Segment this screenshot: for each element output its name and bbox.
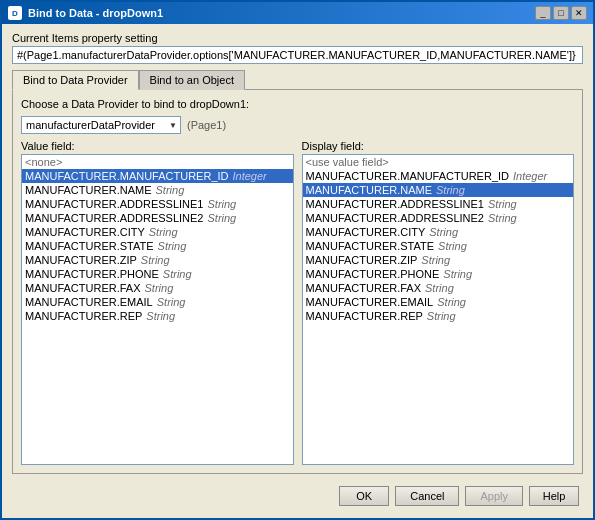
display-field-item[interactable]: MANUFACTURER.ADDRESSLINE2String [303, 211, 574, 225]
field-item-name: <use value field> [306, 156, 389, 168]
close-button[interactable]: ✕ [571, 6, 587, 20]
field-item-name: MANUFACTURER.MANUFACTURER_ID [306, 170, 510, 182]
field-item-type: String [443, 268, 472, 280]
field-item-name: MANUFACTURER.MANUFACTURER_ID [25, 170, 229, 182]
field-item-name: MANUFACTURER.EMAIL [306, 296, 434, 308]
value-field-item[interactable]: MANUFACTURER.PHONEString [22, 267, 293, 281]
display-field-title: Display field: [302, 140, 575, 152]
value-field-col: Value field: <none>MANUFACTURER.MANUFACT… [21, 140, 294, 465]
fields-row: Value field: <none>MANUFACTURER.MANUFACT… [21, 140, 574, 465]
field-item-name: MANUFACTURER.PHONE [25, 268, 159, 280]
display-field-col: Display field: <use value field>MANUFACT… [302, 140, 575, 465]
provider-page-label: (Page1) [187, 119, 226, 131]
display-field-item[interactable]: MANUFACTURER.REPString [303, 309, 574, 323]
value-field-item[interactable]: MANUFACTURER.NAMEString [22, 183, 293, 197]
provider-select-wrapper: manufacturerDataProvider [21, 116, 181, 134]
display-field-item[interactable]: MANUFACTURER.CITYString [303, 225, 574, 239]
title-bar: D Bind to Data - dropDown1 _ □ ✕ [2, 2, 593, 24]
display-field-item[interactable]: MANUFACTURER.EMAILString [303, 295, 574, 309]
field-item-type: String [436, 184, 465, 196]
field-item-type: String [429, 226, 458, 238]
display-field-item[interactable]: MANUFACTURER.MANUFACTURER_IDInteger [303, 169, 574, 183]
field-item-type: String [427, 310, 456, 322]
tab-content-data-provider: Choose a Data Provider to bind to dropDo… [12, 90, 583, 474]
field-item-name: MANUFACTURER.FAX [306, 282, 422, 294]
field-item-type: String [146, 310, 175, 322]
field-item-type: String [157, 296, 186, 308]
field-item-type: String [163, 268, 192, 280]
field-item-name: MANUFACTURER.ADDRESSLINE2 [25, 212, 203, 224]
provider-select[interactable]: manufacturerDataProvider [21, 116, 181, 134]
tabs-container: Bind to Data Provider Bind to an Object … [12, 70, 583, 474]
value-field-list[interactable]: <none>MANUFACTURER.MANUFACTURER_IDIntege… [21, 154, 294, 465]
value-field-item[interactable]: <none> [22, 155, 293, 169]
display-field-item[interactable]: <use value field> [303, 155, 574, 169]
display-field-item[interactable]: MANUFACTURER.PHONEString [303, 267, 574, 281]
property-label: Current Items property setting [12, 32, 583, 44]
display-field-item[interactable]: MANUFACTURER.ADDRESSLINE1String [303, 197, 574, 211]
field-item-type: String [141, 254, 170, 266]
help-button[interactable]: Help [529, 486, 579, 506]
field-item-name: MANUFACTURER.CITY [25, 226, 145, 238]
value-field-item[interactable]: MANUFACTURER.REPString [22, 309, 293, 323]
field-item-type: String [207, 212, 236, 224]
minimize-button[interactable]: _ [535, 6, 551, 20]
display-field-list[interactable]: <use value field>MANUFACTURER.MANUFACTUR… [302, 154, 575, 465]
value-field-item[interactable]: MANUFACTURER.MANUFACTURER_IDInteger [22, 169, 293, 183]
value-field-item[interactable]: MANUFACTURER.EMAILString [22, 295, 293, 309]
tab-bar: Bind to Data Provider Bind to an Object [12, 70, 583, 90]
field-item-type: String [421, 254, 450, 266]
field-item-type: String [158, 240, 187, 252]
field-item-name: MANUFACTURER.FAX [25, 282, 141, 294]
title-bar-buttons: _ □ ✕ [535, 6, 587, 20]
field-item-type: String [149, 226, 178, 238]
field-item-type: String [438, 240, 467, 252]
field-item-name: MANUFACTURER.ADDRESSLINE1 [306, 198, 484, 210]
window-icon: D [8, 6, 22, 20]
field-item-name: MANUFACTURER.ADDRESSLINE1 [25, 198, 203, 210]
field-item-name: MANUFACTURER.REP [306, 310, 423, 322]
ok-button[interactable]: OK [339, 486, 389, 506]
display-field-item[interactable]: MANUFACTURER.ZIPString [303, 253, 574, 267]
field-item-name: MANUFACTURER.NAME [25, 184, 152, 196]
provider-select-row: manufacturerDataProvider (Page1) [21, 116, 574, 134]
value-field-item[interactable]: MANUFACTURER.STATEString [22, 239, 293, 253]
cancel-button[interactable]: Cancel [395, 486, 459, 506]
field-item-name: MANUFACTURER.STATE [25, 240, 154, 252]
field-item-name: <none> [25, 156, 62, 168]
property-value: #(Page1.manufacturerDataProvider.options… [12, 46, 583, 64]
field-item-name: MANUFACTURER.PHONE [306, 268, 440, 280]
value-field-item[interactable]: MANUFACTURER.ADDRESSLINE1String [22, 197, 293, 211]
field-item-type: String [425, 282, 454, 294]
field-item-name: MANUFACTURER.ZIP [25, 254, 137, 266]
field-item-name: MANUFACTURER.CITY [306, 226, 426, 238]
field-item-name: MANUFACTURER.ZIP [306, 254, 418, 266]
bottom-buttons: OK Cancel Apply Help [12, 480, 583, 510]
field-item-type: Integer [513, 170, 547, 182]
value-field-item[interactable]: MANUFACTURER.ZIPString [22, 253, 293, 267]
field-item-name: MANUFACTURER.NAME [306, 184, 433, 196]
field-item-name: MANUFACTURER.REP [25, 310, 142, 322]
tab-bind-object[interactable]: Bind to an Object [139, 70, 245, 90]
field-item-name: MANUFACTURER.STATE [306, 240, 435, 252]
field-item-type: String [437, 296, 466, 308]
display-field-item[interactable]: MANUFACTURER.STATEString [303, 239, 574, 253]
field-item-type: String [207, 198, 236, 210]
property-section: Current Items property setting #(Page1.m… [12, 32, 583, 64]
field-item-name: MANUFACTURER.ADDRESSLINE2 [306, 212, 484, 224]
tab-data-provider[interactable]: Bind to Data Provider [12, 70, 139, 90]
value-field-item[interactable]: MANUFACTURER.CITYString [22, 225, 293, 239]
maximize-button[interactable]: □ [553, 6, 569, 20]
value-field-item[interactable]: MANUFACTURER.ADDRESSLINE2String [22, 211, 293, 225]
field-item-type: String [488, 198, 517, 210]
field-item-name: MANUFACTURER.EMAIL [25, 296, 153, 308]
display-field-item[interactable]: MANUFACTURER.FAXString [303, 281, 574, 295]
field-item-type: String [145, 282, 174, 294]
field-item-type: Integer [233, 170, 267, 182]
field-item-type: String [156, 184, 185, 196]
value-field-item[interactable]: MANUFACTURER.FAXString [22, 281, 293, 295]
value-field-title: Value field: [21, 140, 294, 152]
apply-button[interactable]: Apply [465, 486, 523, 506]
window-content: Current Items property setting #(Page1.m… [2, 24, 593, 518]
display-field-item[interactable]: MANUFACTURER.NAMEString [303, 183, 574, 197]
